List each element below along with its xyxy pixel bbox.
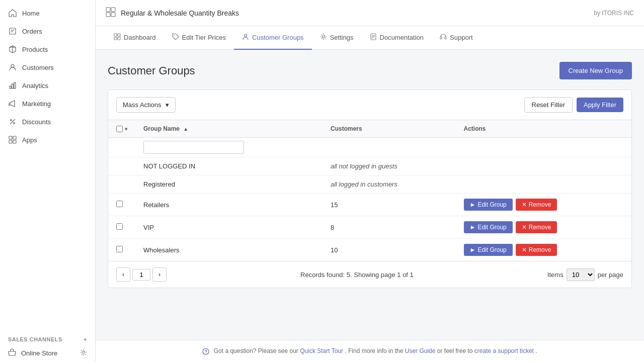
svg-line-11 [10,119,15,124]
times-icon: ✕ [522,201,527,208]
dashboard-icon [114,33,121,42]
mass-actions-label: Mass Actions [123,101,162,109]
sidebar-item-orders-label: Orders [22,28,42,35]
customers-cell: 15 [323,194,456,216]
doc-icon [370,33,377,42]
edit-group-button-retailers[interactable]: ► Edit Group [464,199,513,211]
sidebar-item-marketing-label: Marketing [22,100,51,108]
tab-customer-groups[interactable]: Customer Groups [234,26,312,50]
actions-cell [456,175,631,194]
tab-dashboard[interactable]: Dashboard [106,26,164,50]
sidebar-channel-online-store[interactable]: Online Store [0,344,95,362]
edit-group-button-wholesalers[interactable]: ► Edit Group [464,244,513,256]
items-per-page-select[interactable]: 10 20 50 100 [567,268,595,281]
marketing-icon [8,99,17,108]
sidebar-item-apps-label: Apps [22,136,37,144]
nav-tabs: Dashboard Edit Tier Prices Customer Grou… [96,26,644,50]
table-row: Wholesalers10► Edit Group✕ Remove [108,239,631,261]
analytics-icon [8,81,17,90]
sidebar-item-marketing[interactable]: Marketing [0,95,95,113]
edit-group-button-vip[interactable]: ► Edit Group [464,221,513,233]
row-checkbox-vip[interactable] [116,223,123,230]
remove-button-wholesalers[interactable]: ✕ Remove [516,244,557,256]
add-channel-icon[interactable]: + [84,336,87,342]
select-all-checkbox[interactable] [116,126,123,132]
sidebar-item-apps[interactable]: Apps [0,131,95,149]
user-guide-link[interactable]: User Guide [405,347,436,354]
tag-icon [172,33,179,42]
svg-rect-20 [111,13,115,17]
group-name-cell: Retailers [135,194,323,216]
sidebar-item-products-label: Products [22,46,48,53]
per-page-label: per page [598,271,623,279]
tab-settings-label: Settings [330,34,354,41]
app-icon [106,7,116,19]
page-title: Customer Groups [108,64,195,77]
groups-table: ▾ Group Name ▲ Customers Actions [108,120,631,261]
table-toolbar: Mass Actions ▾ Reset Filter Apply Filter [108,90,631,120]
records-found-text: Records found: 5. Showing page 1 of 1 [300,271,414,279]
sidebar-item-customers[interactable]: Customers [0,58,95,76]
remove-button-vip[interactable]: ✕ Remove [516,221,557,233]
tab-settings[interactable]: Settings [312,26,362,50]
sidebar-item-products[interactable]: Products [0,40,95,58]
page-header: Customer Groups Create New Group [108,62,632,79]
reset-filter-button[interactable]: Reset Filter [524,97,573,113]
svg-rect-18 [111,8,115,12]
footer-text-before: Got a question? Please see our [214,347,300,354]
svg-rect-14 [9,140,12,143]
svg-rect-32 [440,37,442,39]
customers-cell: 10 [323,239,456,261]
tab-edit-tier-prices[interactable]: Edit Tier Prices [164,26,234,50]
support-ticket-link[interactable]: create a support ticket [474,347,534,354]
tab-customer-groups-label: Customer Groups [252,34,304,41]
tab-support-label: Support [450,34,473,41]
apply-filter-button[interactable]: Apply Filter [577,98,623,112]
headset-icon [440,33,447,42]
row-checkbox-wholesalers[interactable] [116,246,123,252]
sidebar-item-home[interactable]: Home [0,4,95,22]
table-row: VIP8► Edit Group✕ Remove [108,216,631,239]
sidebar-item-orders[interactable]: Orders [0,22,95,40]
customers-icon [8,63,17,72]
svg-rect-8 [14,82,16,88]
products-icon [8,45,17,54]
customer-groups-card: Mass Actions ▾ Reset Filter Apply Filter [108,89,632,288]
page-number-input[interactable] [132,269,150,281]
quick-start-link[interactable]: Quick Start Tour [300,347,343,354]
select-chevron-icon[interactable]: ▾ [125,126,127,132]
svg-rect-21 [114,34,117,36]
mass-actions-button[interactable]: Mass Actions ▾ [116,97,176,113]
svg-rect-24 [118,37,120,40]
tab-documentation[interactable]: Documentation [362,26,432,50]
next-page-button[interactable]: › [152,267,167,282]
arrow-right-icon: ► [470,224,476,231]
customers-cell: all logged in customers [323,175,456,194]
remove-button-retailers[interactable]: ✕ Remove [516,199,557,211]
svg-rect-13 [13,136,16,139]
dropdown-arrow-icon: ▾ [166,101,169,109]
apps-icon [8,135,17,144]
sidebar-item-discounts[interactable]: Discounts [0,113,95,131]
table-row: Retailers15► Edit Group✕ Remove [108,194,631,216]
prev-page-button[interactable]: ‹ [116,267,130,282]
content-area: Customer Groups Create New Group Mass Ac… [96,50,644,340]
group-name-filter[interactable] [143,141,244,154]
sales-channels-section: SALES CHANNELS + Online Store [0,330,95,362]
arrow-right-icon: ► [470,201,476,208]
gear-icon [320,33,327,42]
svg-rect-17 [106,8,110,12]
topbar-by: by ITORIS INC [594,10,634,17]
orders-icon [8,27,17,36]
create-new-group-button[interactable]: Create New Group [559,62,632,79]
pagination: ‹ › Records found: 5. Showing page 1 of … [108,261,631,288]
store-settings-icon[interactable] [80,349,87,357]
actions-cell [456,157,631,175]
tab-support[interactable]: Support [432,26,481,50]
row-checkbox-retailers[interactable] [116,201,123,207]
sidebar-item-home-label: Home [22,10,40,17]
sales-channels-title: SALES CHANNELS + [0,330,95,344]
sidebar-item-analytics[interactable]: Analytics [0,76,95,95]
sort-icon[interactable]: ▲ [183,126,188,132]
actions-header: Actions [456,120,631,138]
